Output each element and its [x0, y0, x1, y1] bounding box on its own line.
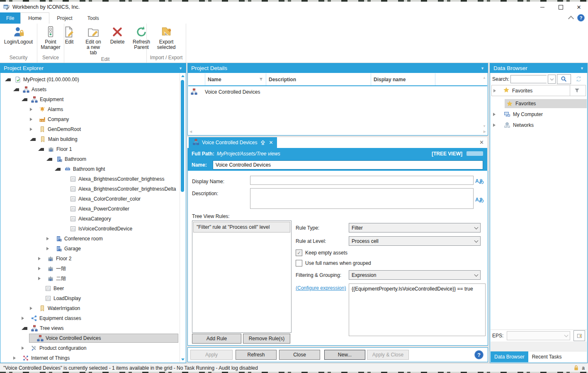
data-browser-header[interactable]: Data Browser ▼ — [490, 63, 587, 73]
chevron-down-icon[interactable]: ▼ — [179, 66, 182, 70]
expander-expanded-icon[interactable] — [46, 158, 52, 161]
expander-collapsed-icon[interactable] — [22, 346, 27, 350]
expander-expanded-icon[interactable] — [30, 138, 36, 141]
pane-close-icon[interactable]: ✕ — [479, 139, 484, 145]
tree-item-floor-1[interactable]: Floor 1 — [1, 144, 180, 154]
tree-item-alexacategory[interactable]: 101010AlexaCategory — [1, 214, 180, 224]
tab-project[interactable]: Project — [49, 12, 80, 24]
use-full-names-checkbox[interactable]: ✓ Use full names when grouped — [296, 260, 371, 266]
column-header-description[interactable]: Description — [266, 73, 371, 85]
rule-type-dropdown[interactable]: Filter — [349, 223, 481, 233]
grid-scroll-down-icon[interactable]: ▼ — [483, 124, 486, 128]
expander-icon[interactable] — [493, 89, 498, 92]
tree-item-[interactable]: 二階 — [1, 274, 180, 283]
tree-item-product-configuration[interactable]: Product configuration — [1, 343, 180, 353]
globalization-icon[interactable]: Aあ — [475, 178, 484, 185]
delete-button[interactable]: Delete — [106, 25, 129, 56]
project-explorer-header[interactable]: Project Explorer ▼ — [0, 63, 186, 73]
tree-item-floor-2[interactable]: Floor 2 — [1, 254, 180, 264]
expander-expanded-icon[interactable] — [13, 88, 19, 91]
column-header-name[interactable]: Name — [205, 73, 266, 85]
project-explorer-scrollbar[interactable] — [180, 73, 185, 362]
edit-button[interactable]: Edit — [58, 25, 80, 56]
expander-collapsed-icon[interactable] — [30, 307, 35, 310]
data-browser-item-favorites[interactable]: Favorites — [491, 98, 587, 109]
expander-collapsed-icon[interactable] — [46, 237, 51, 240]
expander-collapsed-icon[interactable] — [493, 124, 498, 127]
document-tab[interactable]: Voice Controlled Devices ✕ — [189, 137, 277, 148]
refresh-button[interactable]: Refresh — [236, 350, 277, 360]
expander-expanded-icon[interactable] — [22, 327, 27, 330]
expander-collapsed-icon[interactable] — [46, 247, 51, 250]
tree-item-isvoicecontrolleddevice[interactable]: 101010IsVoiceControlledDevice — [1, 224, 180, 234]
display-name-input[interactable] — [250, 176, 474, 185]
bottom-tab-recent-tasks[interactable]: Recent Tasks — [528, 351, 566, 362]
filtering-grouping-dropdown[interactable]: Expression — [349, 270, 481, 280]
eps-panel-button[interactable] — [573, 330, 585, 341]
grid-scroll-left-icon[interactable]: ◀ — [190, 130, 192, 133]
column-filter-icon[interactable] — [259, 77, 263, 82]
eps-dropdown[interactable] — [507, 331, 570, 340]
tree-item-bathroom-light[interactable]: Bathroom light — [1, 164, 180, 174]
tree-item-alexa-colorcontroller-color[interactable]: 101010Alexa_ColorController_color — [1, 194, 180, 204]
filter-button[interactable] — [570, 85, 584, 96]
search-dropdown-icon[interactable] — [548, 75, 556, 84]
chevron-down-icon[interactable]: ▼ — [481, 66, 484, 70]
apply-button[interactable]: Apply — [190, 350, 233, 360]
tree-item-company[interactable]: Company — [1, 114, 180, 124]
name-input[interactable] — [213, 160, 483, 170]
tab-home[interactable]: Home — [20, 12, 49, 24]
maximize-button[interactable] — [552, 2, 570, 12]
rule-list-item[interactable]: "Filter" rule at "Process cell" level — [193, 222, 290, 233]
remove-rules-button[interactable]: Remove Rule(s) — [243, 334, 290, 344]
expander-expanded-icon[interactable] — [38, 148, 44, 151]
tree-item-beer[interactable]: 101010Beer — [1, 283, 180, 293]
expander-collapsed-icon[interactable] — [38, 257, 43, 260]
export-selected-button[interactable]: Export selected — [155, 25, 178, 55]
tree-item-gendemoroot[interactable]: GenDemoRoot — [1, 124, 180, 134]
minimize-button[interactable] — [533, 2, 552, 12]
close-button[interactable]: ✕ — [570, 2, 588, 12]
expander-expanded-icon[interactable] — [5, 78, 11, 81]
help-icon[interactable]: ? — [577, 14, 585, 22]
tree-item-garage[interactable]: Garage — [1, 244, 180, 254]
expander-collapsed-icon[interactable] — [13, 356, 18, 360]
search-input[interactable] — [510, 75, 547, 83]
expander-collapsed-icon[interactable] — [30, 128, 35, 131]
data-browser-item-networks[interactable]: Networks — [491, 120, 587, 131]
tree-item-bathroom[interactable]: Bathroom — [1, 154, 180, 164]
tree-item-main-building[interactable]: Main building — [1, 134, 180, 144]
tab-file[interactable]: File — [0, 12, 20, 24]
tree-item-[interactable]: 一階 — [1, 264, 180, 274]
tree-item-voice-controlled-devices[interactable]: Voice Controlled Devices — [1, 333, 180, 343]
scroll-down-icon[interactable] — [181, 358, 185, 361]
rules-listbox[interactable]: "Filter" rule at "Process cell" level — [192, 220, 292, 333]
globalization-icon[interactable]: Aあ — [475, 196, 484, 203]
new-button[interactable]: New... — [324, 350, 365, 360]
expander-expanded-icon[interactable] — [22, 98, 27, 101]
tree-item-alexa-brightnesscontroller-brightness[interactable]: 101010Alexa_BrightnessController_brightn… — [1, 174, 180, 184]
expander-collapsed-icon[interactable] — [493, 113, 498, 116]
expander-collapsed-icon[interactable] — [22, 317, 27, 320]
add-rule-button[interactable]: Add Rule — [192, 334, 241, 344]
tree-item-myproject-01-00-000-00[interactable]: MyProject (01.00.000.00) — [1, 75, 180, 85]
tree-item-equipment[interactable]: Equipment — [1, 94, 180, 104]
scroll-up-icon[interactable] — [181, 75, 185, 77]
login-logout-button[interactable]: Login/Logout — [2, 25, 35, 55]
data-browser-item-my-computer[interactable]: My Computer — [491, 109, 587, 120]
keep-empty-assets-checkbox[interactable]: ✓ Keep empty assets — [296, 249, 347, 256]
bottom-tab-data-browser[interactable]: Data Browser — [491, 351, 528, 362]
expander-collapsed-icon[interactable] — [30, 108, 35, 111]
tree-item-alarms[interactable]: Alarms — [1, 104, 180, 114]
tree-item-loaddisplay[interactable]: 101010LoadDisplay — [1, 293, 180, 303]
tree-item-alexa-brightnesscontroller-brightnessdelta[interactable]: 101010Alexa_BrightnessController_brightn… — [1, 184, 180, 194]
expander-collapsed-icon[interactable] — [38, 267, 43, 270]
edit-on-a-new-tab-button[interactable]: Edit on a new tab — [82, 25, 104, 56]
close-button-editor[interactable]: Close — [279, 350, 320, 360]
grid-scroll-up-icon[interactable]: ▲ — [483, 76, 486, 80]
configure-expression-link[interactable]: (Configure expression) — [296, 285, 346, 291]
grid-scroll-right-icon[interactable]: ▶ — [484, 130, 486, 133]
data-browser-breadcrumb[interactable]: Favorites — [491, 85, 586, 96]
search-button[interactable] — [557, 74, 571, 84]
rule-at-level-dropdown[interactable]: Process cell — [349, 236, 481, 246]
